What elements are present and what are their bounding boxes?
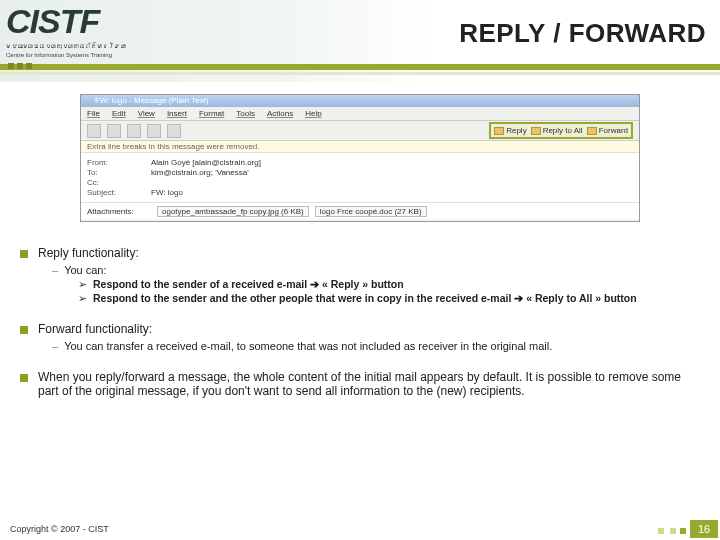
bullet-note: When you reply/forward a message, the wh… [20, 370, 692, 398]
email-window-screenshot: FW: logo - Message (Plain Text) File Edi… [80, 94, 640, 222]
toolbar: Reply Reply to All Forward [81, 121, 639, 141]
decor-bar [0, 64, 720, 70]
subsub-text: Respond to the sender of a received e-ma… [93, 278, 404, 290]
menu-file[interactable]: File [87, 107, 100, 120]
decor-dots [8, 63, 32, 69]
arrow-icon: ➔ [310, 278, 319, 290]
slide-footer: Copyright © 2007 - CIST 16 [0, 516, 720, 540]
page-number: 16 [690, 520, 718, 538]
bullet-text: When you reply/forward a message, the wh… [38, 370, 692, 398]
cc-label: Cc: [87, 178, 151, 187]
toolbar-icon[interactable] [127, 124, 141, 138]
copyright: Copyright © 2007 - CIST [10, 524, 109, 534]
bullet-reply: Reply functionality: [20, 246, 692, 260]
info-bar: Extra line breaks in this message were r… [81, 141, 639, 153]
slide-body: Reply functionality: – You can: ➢ Respon… [0, 222, 720, 398]
reply-button[interactable]: Reply [494, 126, 526, 135]
menu-actions[interactable]: Actions [267, 107, 293, 120]
menu-format[interactable]: Format [199, 107, 224, 120]
decor-bar-light [0, 72, 720, 75]
menu-view[interactable]: View [138, 107, 155, 120]
bullet-text: Forward functionality: [38, 322, 152, 336]
attachments-row: Attachments: ogotype_ambassade_fp copy.j… [81, 203, 639, 219]
dash-icon: – [52, 264, 58, 276]
menubar: File Edit View Insert Format Tools Actio… [81, 107, 639, 121]
reply-all-icon [531, 127, 541, 135]
decor-square [658, 528, 664, 534]
decor-square [670, 528, 676, 534]
logo: CISTF មជ្ឈមណ្ឌលបណ្តុះបណ្តាលព័ត៌មានវិទ្យា… [6, 2, 166, 58]
window-titlebar: FW: logo - Message (Plain Text) [81, 95, 639, 107]
dash-icon: – [52, 340, 58, 352]
forward-button[interactable]: Forward [587, 126, 628, 135]
subbullet-you-can: – You can: [52, 264, 692, 276]
subsub-text: Respond to the sender and the other peop… [93, 292, 637, 304]
page-title: REPLY / FORWARD [459, 18, 706, 49]
logo-text: CISTF [6, 2, 166, 41]
to-value: kim@cistrain.org; 'Vanessa' [151, 168, 249, 177]
arrow-icon: ➔ [514, 292, 523, 304]
toolbar-icon[interactable] [167, 124, 181, 138]
reply-all-button-label: Reply to All [543, 126, 583, 135]
to-label: To: [87, 168, 151, 177]
subsub-reply: ➢ Respond to the sender of a received e-… [78, 278, 692, 290]
bullet-forward: Forward functionality: [20, 322, 692, 336]
bullet-icon [20, 326, 28, 334]
reply-button-label: Reply [506, 126, 526, 135]
subbullet-text: You can transfer a received e-mail, to s… [64, 340, 552, 352]
menu-insert[interactable]: Insert [167, 107, 187, 120]
menu-help[interactable]: Help [305, 107, 321, 120]
attachments-label: Attachments: [87, 207, 151, 216]
from-value: Alain Goyé [alain@cistrain.org] [151, 158, 261, 167]
logo-subtitle-en: Centre for Information Systems Training [6, 52, 166, 59]
forward-button-label: Forward [599, 126, 628, 135]
reply-icon [494, 127, 504, 135]
bullet-icon [20, 374, 28, 382]
subbullet-forward-desc: – You can transfer a received e-mail, to… [52, 340, 692, 352]
decor-square [680, 528, 686, 534]
attachment-chip[interactable]: ogotype_ambassade_fp copy.jpg (6 KB) [157, 206, 309, 217]
toolbar-icon[interactable] [147, 124, 161, 138]
logo-subtitle-khmer: មជ្ឈមណ្ឌលបណ្តុះបណ្តាលព័ត៌មានវិទ្យា [6, 43, 166, 50]
menu-tools[interactable]: Tools [236, 107, 255, 120]
chevron-icon: ➢ [78, 292, 87, 304]
from-label: From: [87, 158, 151, 167]
slide-header: CISTF មជ្ឈមណ្ឌលបណ្តុះបណ្តាលព័ត៌មានវិទ្យា… [0, 0, 720, 82]
toolbar-icon[interactable] [107, 124, 121, 138]
subsub-reply-all: ➢ Respond to the sender and the other pe… [78, 292, 692, 304]
toolbar-icon[interactable] [87, 124, 101, 138]
reply-all-button[interactable]: Reply to All [531, 126, 583, 135]
forward-icon [587, 127, 597, 135]
chevron-icon: ➢ [78, 278, 87, 290]
attachment-chip[interactable]: logo Frce coopé.doc (27 KB) [315, 206, 427, 217]
message-header-fields: From:Alain Goyé [alain@cistrain.org] To:… [81, 153, 639, 203]
bullet-text: Reply functionality: [38, 246, 139, 260]
subject-value: FW: logo [151, 188, 183, 197]
subbullet-text: You can: [64, 264, 106, 276]
menu-edit[interactable]: Edit [112, 107, 126, 120]
subject-label: Subject: [87, 188, 151, 197]
bullet-icon [20, 250, 28, 258]
reply-buttons-highlight: Reply Reply to All Forward [489, 122, 633, 139]
